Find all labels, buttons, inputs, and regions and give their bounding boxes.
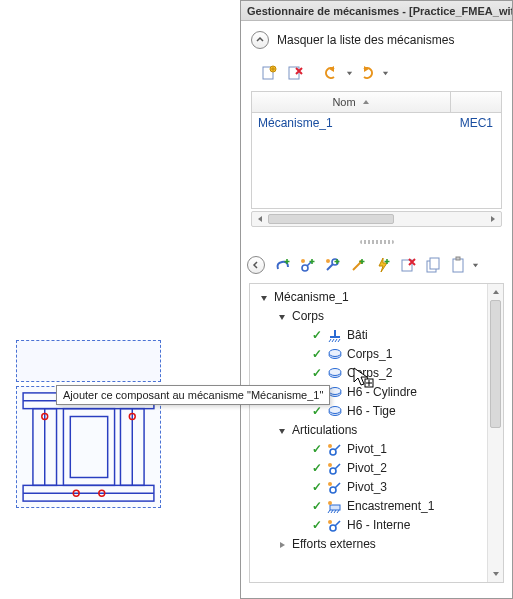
tree-item[interactable]: Pivot_2 <box>347 459 387 478</box>
drop-tooltip: Ajouter ce composant au mécanisme "Mécan… <box>56 385 330 405</box>
tree-expand-icon[interactable] <box>276 425 288 437</box>
fixed-icon <box>327 499 343 515</box>
svg-point-37 <box>329 406 341 413</box>
svg-point-45 <box>328 501 332 505</box>
svg-point-31 <box>329 349 341 356</box>
scroll-up-icon[interactable] <box>488 284 503 300</box>
panel-title: Gestionnaire de mécanismes - [Practice_F… <box>247 5 512 17</box>
hide-list-label: Masquer la liste des mécanismes <box>277 33 454 47</box>
svg-point-21 <box>301 259 305 263</box>
svg-point-47 <box>328 520 332 524</box>
body-icon <box>327 347 343 363</box>
h-scrollbar[interactable] <box>251 211 502 227</box>
check-icon: ✓ <box>310 459 323 478</box>
add-joint-button[interactable] <box>296 253 320 277</box>
svg-point-39 <box>328 444 332 448</box>
schematic-area <box>16 350 161 520</box>
mechanism-row[interactable]: Mécanisme_1 MEC1 <box>252 113 501 133</box>
scroll-thumb[interactable] <box>490 300 501 428</box>
tree-item[interactable]: Bâti <box>347 326 368 345</box>
svg-point-35 <box>329 387 341 394</box>
collapse-tree-button[interactable] <box>247 256 265 274</box>
svg-rect-8 <box>63 409 114 486</box>
redo-button[interactable] <box>355 61 379 85</box>
check-icon: ✓ <box>310 345 323 364</box>
body-icon <box>327 404 343 420</box>
tree-toolbar <box>241 247 512 281</box>
svg-point-41 <box>328 463 332 467</box>
lightning-button[interactable] <box>371 253 395 277</box>
tree-item[interactable]: H6 - Interne <box>347 516 410 535</box>
tree-item[interactable]: Pivot_1 <box>347 440 387 459</box>
edit-joint-button[interactable] <box>321 253 345 277</box>
svg-rect-9 <box>70 417 107 478</box>
tree-efforts-group[interactable]: Efforts externes <box>292 535 376 554</box>
splitter[interactable] <box>241 239 512 245</box>
check-icon: ✓ <box>310 516 323 535</box>
add-body-button[interactable] <box>271 253 295 277</box>
column-name-header: Nom <box>332 96 355 108</box>
mechanism-name: Mécanisme_1 <box>258 116 445 130</box>
scroll-left-icon[interactable] <box>252 212 268 226</box>
clipboard-dropdown[interactable] <box>471 262 479 269</box>
tree-joints-group[interactable]: Articulations <box>292 421 357 440</box>
redo-dropdown[interactable] <box>381 70 389 77</box>
ground-icon <box>327 328 343 344</box>
scroll-thumb[interactable] <box>268 214 394 224</box>
body-icon <box>327 366 343 382</box>
svg-rect-29 <box>456 257 460 260</box>
copy-button[interactable] <box>421 253 445 277</box>
mechanism-manager-panel: Gestionnaire de mécanismes - [Practice_F… <box>240 0 513 599</box>
check-icon: ✓ <box>310 440 323 459</box>
selection-marquee[interactable] <box>16 340 161 382</box>
undo-dropdown[interactable] <box>345 70 353 77</box>
probe-button[interactable] <box>346 253 370 277</box>
collapse-list-button[interactable] <box>251 31 269 49</box>
svg-point-23 <box>326 259 330 263</box>
cursor-arrow-add-icon <box>352 366 374 388</box>
delete-mechanism-button[interactable] <box>283 61 307 85</box>
scroll-right-icon[interactable] <box>485 212 501 226</box>
tree-expand-icon[interactable] <box>258 292 270 304</box>
check-icon: ✓ <box>310 364 323 383</box>
svg-point-43 <box>328 482 332 486</box>
tree-item[interactable]: Encastrement_1 <box>347 497 434 516</box>
tree-bodies-group[interactable]: Corps <box>292 307 324 326</box>
new-mechanism-button[interactable] <box>257 61 281 85</box>
mechanism-list-header[interactable]: Nom <box>251 91 502 113</box>
sort-asc-icon <box>362 98 370 106</box>
scroll-down-icon[interactable] <box>488 566 503 582</box>
svg-rect-27 <box>430 258 439 269</box>
svg-rect-44 <box>330 505 340 510</box>
mechanism-code: MEC1 <box>445 116 495 130</box>
pivot-icon <box>327 442 343 458</box>
mechanism-toolbar <box>251 57 502 91</box>
tree-root[interactable]: Mécanisme_1 <box>274 288 349 307</box>
check-icon: ✓ <box>310 497 323 516</box>
svg-rect-28 <box>453 259 463 272</box>
tree-item[interactable]: Corps_1 <box>347 345 392 364</box>
tree-collapse-icon[interactable] <box>276 539 288 551</box>
panel-titlebar[interactable]: Gestionnaire de mécanismes - [Practice_F… <box>241 1 512 21</box>
tree-item[interactable]: Pivot_3 <box>347 478 387 497</box>
svg-point-33 <box>329 368 341 375</box>
check-icon: ✓ <box>310 326 323 345</box>
pivot-icon <box>327 518 343 534</box>
mechanism-list[interactable]: Mécanisme_1 MEC1 <box>251 113 502 209</box>
v-scrollbar[interactable] <box>487 284 503 582</box>
clipboard-button[interactable] <box>446 253 470 277</box>
check-icon: ✓ <box>310 478 323 497</box>
tree-view[interactable]: Mécanisme_1 Corps ✓Bâti✓Corps_1✓Corps_2✓… <box>249 283 504 583</box>
pivot-icon <box>327 480 343 496</box>
undo-button[interactable] <box>319 61 343 85</box>
tree-expand-icon[interactable] <box>276 311 288 323</box>
pivot-icon <box>327 461 343 477</box>
box-x-button[interactable] <box>396 253 420 277</box>
tree-item[interactable]: H6 - Tige <box>347 402 396 421</box>
